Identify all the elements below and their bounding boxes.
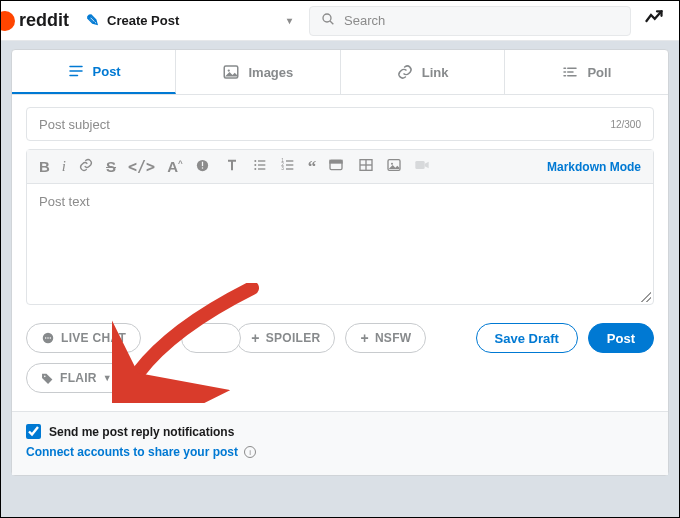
bullet-list-icon[interactable] xyxy=(252,157,268,176)
tab-link[interactable]: Link xyxy=(341,50,505,94)
text-input[interactable]: Post text xyxy=(27,184,653,304)
tab-post-label: Post xyxy=(93,64,121,79)
flair-row: FLAIR ▼ xyxy=(26,363,654,393)
resize-handle[interactable] xyxy=(641,292,651,302)
flair-pill[interactable]: FLAIR ▼ xyxy=(26,363,127,393)
italic-icon[interactable]: i xyxy=(62,158,66,175)
live-chat-label: LIVE CHAT xyxy=(61,331,126,345)
subject-char-count: 12/300 xyxy=(610,119,641,130)
strike-icon[interactable]: S xyxy=(106,158,116,175)
svg-rect-19 xyxy=(258,164,265,165)
dropdown-label: Create Post xyxy=(107,13,179,28)
reddit-logo-icon xyxy=(0,11,15,31)
svg-rect-17 xyxy=(258,160,265,161)
svg-point-6 xyxy=(228,69,230,71)
post-type-tabs: Post Images Link Poll xyxy=(12,50,668,95)
create-post-card: Post Images Link Poll Post subject 12/30… xyxy=(11,49,669,476)
card-footer: Send me post reply notifications Connect… xyxy=(12,411,668,475)
plus-icon: + xyxy=(251,330,259,346)
code-icon[interactable]: </> xyxy=(128,158,155,176)
plus-icon: + xyxy=(360,330,368,346)
text-editor: B i S </> A^ xyxy=(26,149,654,305)
search-icon xyxy=(320,11,336,30)
subject-placeholder: Post subject xyxy=(39,117,110,132)
search-input[interactable]: Search xyxy=(309,6,631,36)
editor-toolbar: B i S </> A^ xyxy=(27,150,653,184)
svg-point-0 xyxy=(323,14,331,22)
brand: reddit xyxy=(13,10,69,31)
tab-post[interactable]: Post xyxy=(12,50,176,94)
connect-label: Connect accounts to share your post xyxy=(26,445,238,459)
svg-point-39 xyxy=(50,337,52,339)
tab-images-label: Images xyxy=(248,65,293,80)
pencil-icon: ✎ xyxy=(86,11,99,30)
live-chat-pill[interactable]: LIVE CHAT xyxy=(26,323,141,353)
tab-poll[interactable]: Poll xyxy=(505,50,668,94)
chevron-down-icon: ▾ xyxy=(287,15,292,26)
image-tool-icon[interactable] xyxy=(386,157,402,176)
svg-rect-35 xyxy=(415,161,424,169)
search-placeholder: Search xyxy=(344,13,385,28)
bold-icon[interactable]: B xyxy=(39,158,50,175)
svg-point-16 xyxy=(254,160,256,162)
svg-rect-3 xyxy=(69,70,83,72)
tab-poll-label: Poll xyxy=(587,65,611,80)
svg-point-37 xyxy=(45,337,47,339)
markdown-mode-toggle[interactable]: Markdown Mode xyxy=(547,160,641,174)
svg-point-20 xyxy=(254,168,256,170)
svg-rect-23 xyxy=(286,160,293,161)
nsfw-label: NSFW xyxy=(375,331,412,345)
connect-accounts-link[interactable]: Connect accounts to share your post i xyxy=(26,445,654,459)
top-bar: reddit ✎ Create Post ▾ Search xyxy=(1,1,679,41)
notify-checkbox[interactable] xyxy=(26,424,41,439)
number-list-icon[interactable]: 123 xyxy=(280,157,296,176)
chevron-down-icon: ▼ xyxy=(103,373,112,383)
svg-text:3: 3 xyxy=(281,166,284,171)
svg-point-34 xyxy=(391,163,393,165)
community-dropdown[interactable]: ✎ Create Post ▾ xyxy=(79,7,299,35)
codeblock-icon[interactable] xyxy=(328,157,344,176)
nsfw-pill[interactable]: + NSFW xyxy=(345,323,426,353)
svg-point-38 xyxy=(47,337,49,339)
svg-point-18 xyxy=(254,164,256,166)
video-tool-icon[interactable] xyxy=(414,157,430,176)
tab-images[interactable]: Images xyxy=(176,50,340,94)
svg-line-1 xyxy=(330,21,333,24)
quote-icon[interactable]: “ xyxy=(308,157,317,177)
post-button[interactable]: Post xyxy=(588,323,654,353)
link-icon[interactable] xyxy=(78,157,94,176)
svg-rect-15 xyxy=(202,167,203,168)
svg-rect-25 xyxy=(286,164,293,165)
svg-rect-21 xyxy=(258,168,265,169)
svg-rect-29 xyxy=(330,160,342,163)
text-placeholder: Post text xyxy=(39,194,90,209)
brand-wordmark: reddit xyxy=(19,10,69,31)
obscured-pill[interactable] xyxy=(181,323,241,353)
tag-row: LIVE CHAT + SPOILER + NSFW Save Draft Po… xyxy=(26,323,654,353)
svg-rect-2 xyxy=(69,66,83,68)
table-icon[interactable] xyxy=(358,157,374,176)
svg-rect-27 xyxy=(286,168,293,169)
heading-icon[interactable] xyxy=(224,157,240,176)
notify-checkbox-row[interactable]: Send me post reply notifications xyxy=(26,424,654,439)
save-draft-button[interactable]: Save Draft xyxy=(476,323,578,353)
svg-point-40 xyxy=(44,375,46,377)
subject-input[interactable]: Post subject 12/300 xyxy=(26,107,654,141)
spoiler-label: SPOILER xyxy=(266,331,321,345)
flair-label: FLAIR xyxy=(60,371,97,385)
info-icon: i xyxy=(244,446,256,458)
spoiler-tool-icon[interactable] xyxy=(195,158,210,176)
notify-label: Send me post reply notifications xyxy=(49,425,234,439)
tab-link-label: Link xyxy=(422,65,449,80)
svg-rect-14 xyxy=(202,161,203,165)
svg-rect-4 xyxy=(69,75,78,77)
trending-icon[interactable] xyxy=(641,9,667,32)
spoiler-pill[interactable]: + SPOILER xyxy=(236,323,335,353)
superscript-icon[interactable]: A^ xyxy=(167,158,183,175)
